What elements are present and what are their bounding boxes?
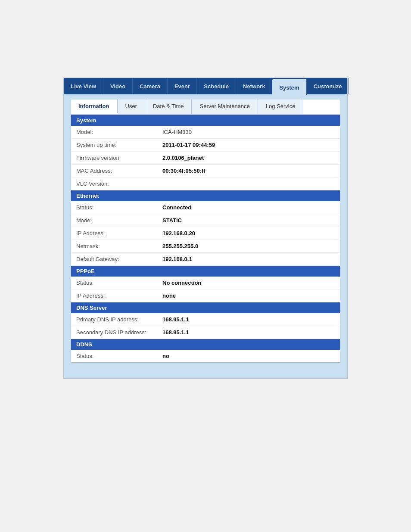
- table-row: MAC Address: 00:30:4f:05:50:ff: [71, 165, 340, 177]
- label-firmware: Firmware version:: [76, 155, 162, 161]
- content-area: System Model: ICA-HM830 System up time: …: [71, 115, 340, 363]
- table-row: Status: Connected: [71, 201, 340, 214]
- sub-tab-information[interactable]: Information: [71, 100, 118, 114]
- table-row: Mode: STATIC: [71, 214, 340, 227]
- label-uptime: System up time:: [76, 142, 162, 148]
- section-header-ddns: DDNS: [71, 339, 340, 350]
- table-row: Secondary DNS IP address: 168.95.1.1: [71, 326, 340, 339]
- section-header-dns: DNS Server: [71, 302, 340, 313]
- value-dns-secondary: 168.95.1.1: [162, 329, 189, 336]
- value-model: ICA-HM830: [162, 129, 192, 135]
- label-mac: MAC Address:: [76, 168, 162, 174]
- value-uptime: 2011-01-17 09:44:59: [162, 142, 215, 148]
- label-pppoe-status: Status:: [76, 280, 162, 286]
- table-row: Model: ICA-HM830: [71, 126, 340, 139]
- section-header-pppoe: PPPoE: [71, 266, 340, 277]
- nav-tab-liveview[interactable]: Live View: [64, 78, 103, 94]
- nav-tab-customize[interactable]: Customize: [307, 78, 349, 94]
- sub-tab-logservice[interactable]: Log Service: [258, 100, 304, 114]
- value-dns-primary: 168.95.1.1: [162, 316, 189, 323]
- value-firmware: 2.0.0106_planet: [162, 155, 204, 161]
- label-eth-mode: Mode:: [76, 217, 162, 224]
- section-header-system: System: [71, 115, 340, 126]
- value-eth-mode: STATIC: [162, 217, 182, 224]
- nav-tab-video[interactable]: Video: [103, 78, 133, 94]
- nav-tab-network[interactable]: Network: [236, 78, 272, 94]
- value-mac: 00:30:4f:05:50:ff: [162, 168, 206, 174]
- value-ddns-status: no: [162, 353, 169, 359]
- table-row: Status: No connection: [71, 277, 340, 289]
- sub-tab-user[interactable]: User: [118, 100, 145, 114]
- label-eth-ip: IP Address:: [76, 230, 162, 236]
- label-ddns-status: Status:: [76, 353, 162, 359]
- table-row: Status: no: [71, 350, 340, 362]
- table-row: VLC Version:: [71, 177, 340, 190]
- label-dns-secondary: Secondary DNS IP address:: [76, 329, 162, 336]
- sub-nav: Information User Date & Time Server Main…: [71, 100, 340, 115]
- sub-tab-servermaintenance[interactable]: Server Maintenance: [192, 100, 258, 114]
- app-container: Live View Video Camera Event Schedule Ne…: [63, 78, 348, 379]
- section-header-ethernet: Ethernet: [71, 190, 340, 201]
- label-eth-gateway: Default Gateway:: [76, 256, 162, 262]
- value-eth-gateway: 192.168.0.1: [162, 256, 192, 262]
- table-row: Firmware version: 2.0.0106_planet: [71, 152, 340, 165]
- table-row: Primary DNS IP address: 168.95.1.1: [71, 313, 340, 326]
- label-model: Model:: [76, 129, 162, 135]
- value-pppoe-ip: none: [162, 292, 176, 299]
- table-row: Netmask: 255.255.255.0: [71, 240, 340, 253]
- nav-tab-event[interactable]: Event: [168, 78, 197, 94]
- label-dns-primary: Primary DNS IP address:: [76, 316, 162, 323]
- table-row: Default Gateway: 192.168.0.1: [71, 253, 340, 266]
- label-pppoe-ip: IP Address:: [76, 292, 162, 299]
- value-eth-ip: 192.168.0.20: [162, 230, 195, 236]
- top-nav: Live View Video Camera Event Schedule Ne…: [64, 78, 347, 94]
- table-row: System up time: 2011-01-17 09:44:59: [71, 139, 340, 152]
- label-eth-netmask: Netmask:: [76, 243, 162, 249]
- table-row: IP Address: 192.168.0.20: [71, 227, 340, 240]
- label-vlc: VLC Version:: [76, 180, 162, 187]
- nav-tab-system[interactable]: System: [272, 79, 306, 95]
- value-pppoe-status: No connection: [162, 280, 201, 286]
- label-eth-status: Status:: [76, 204, 162, 211]
- sub-tab-datetime[interactable]: Date & Time: [145, 100, 192, 114]
- value-eth-netmask: 255.255.255.0: [162, 243, 198, 249]
- value-eth-status: Connected: [162, 204, 191, 211]
- table-row: IP Address: none: [71, 289, 340, 302]
- nav-tab-schedule[interactable]: Schedule: [197, 78, 236, 94]
- nav-tab-camera[interactable]: Camera: [133, 78, 168, 94]
